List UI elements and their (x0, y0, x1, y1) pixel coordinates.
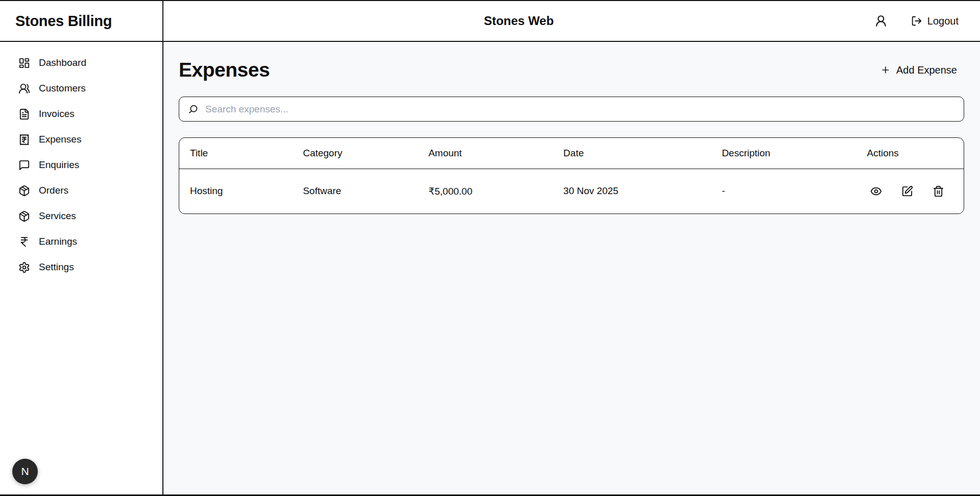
sidebar-item-settings[interactable]: Settings (0, 254, 162, 280)
cell-category: Software (292, 169, 418, 214)
search-bar (179, 97, 964, 122)
user-icon[interactable] (874, 14, 888, 28)
header-title: Stones Web (484, 14, 554, 28)
app-window: Stones Billing Stones Web Logout Dashboa… (0, 1, 980, 494)
sidebar: Dashboard Customers Invoices Expenses En… (0, 42, 163, 494)
sidebar-item-invoices[interactable]: Invoices (0, 101, 162, 127)
edit-icon (901, 185, 913, 197)
cell-description: - (711, 169, 856, 214)
search-input[interactable] (205, 97, 964, 121)
avatar-initial: N (21, 465, 29, 478)
table-row: Hosting Software ₹5,000.00 30 Nov 2025 - (179, 169, 964, 214)
column-header-description: Description (711, 138, 856, 169)
sidebar-item-expenses[interactable]: Expenses (0, 127, 162, 152)
trash-icon (933, 185, 944, 197)
column-header-amount: Amount (418, 138, 553, 169)
sidebar-item-dashboard[interactable]: Dashboard (0, 50, 162, 76)
add-expense-button[interactable]: Add Expense (880, 64, 964, 76)
sidebar-item-orders[interactable]: Orders (0, 178, 162, 203)
sidebar-item-earnings[interactable]: Earnings (0, 229, 162, 254)
main-content: Expenses Add Expense (163, 42, 980, 494)
app-logo: Stones Billing (15, 13, 112, 30)
column-header-title: Title (179, 138, 292, 169)
header-right-group: Logout (874, 14, 959, 28)
cell-amount: ₹5,000.00 (418, 169, 553, 214)
rupee-icon (18, 236, 30, 248)
message-square-icon (18, 159, 30, 171)
avatar[interactable]: N (12, 459, 38, 484)
table-header-row: Title Category Amount Date Description A… (179, 138, 964, 169)
logout-icon (911, 15, 922, 27)
page-title: Expenses (179, 59, 270, 81)
file-text-icon (18, 108, 30, 120)
sidebar-item-label: Orders (39, 185, 68, 196)
sidebar-item-label: Earnings (39, 236, 77, 247)
gear-icon (18, 262, 30, 273)
package-icon (18, 185, 30, 197)
sidebar-item-label: Customers (39, 83, 86, 94)
sidebar-item-label: Services (39, 210, 76, 222)
column-header-category: Category (292, 138, 418, 169)
view-button[interactable] (870, 185, 882, 197)
column-header-actions: Actions (856, 138, 964, 169)
search-icon (188, 104, 199, 114)
logo-area: Stones Billing (0, 1, 163, 42)
delete-button[interactable] (933, 185, 944, 197)
expenses-table: Title Category Amount Date Description A… (179, 137, 964, 214)
cell-title: Hosting (179, 169, 292, 214)
sidebar-item-label: Invoices (39, 108, 75, 120)
package-icon (18, 210, 30, 222)
sidebar-item-customers[interactable]: Customers (0, 76, 162, 101)
sidebar-item-services[interactable]: Services (0, 203, 162, 229)
sidebar-item-label: Enquiries (39, 159, 79, 171)
plus-icon (880, 65, 891, 75)
add-expense-label: Add Expense (896, 64, 957, 76)
eye-icon (870, 185, 882, 197)
logout-label: Logout (927, 15, 959, 27)
sidebar-item-label: Dashboard (39, 57, 86, 68)
sidebar-item-enquiries[interactable]: Enquiries (0, 152, 162, 178)
edit-button[interactable] (901, 185, 913, 197)
logout-button[interactable]: Logout (911, 15, 959, 27)
users-icon (18, 83, 30, 95)
sidebar-item-label: Settings (39, 262, 74, 273)
cell-date: 30 Nov 2025 (553, 169, 711, 214)
dashboard-icon (18, 57, 30, 69)
top-header: Stones Web Logout (163, 1, 980, 42)
column-header-date: Date (553, 138, 711, 169)
sidebar-item-label: Expenses (39, 134, 81, 145)
row-actions (867, 169, 964, 214)
receipt-rupee-icon (18, 134, 30, 146)
